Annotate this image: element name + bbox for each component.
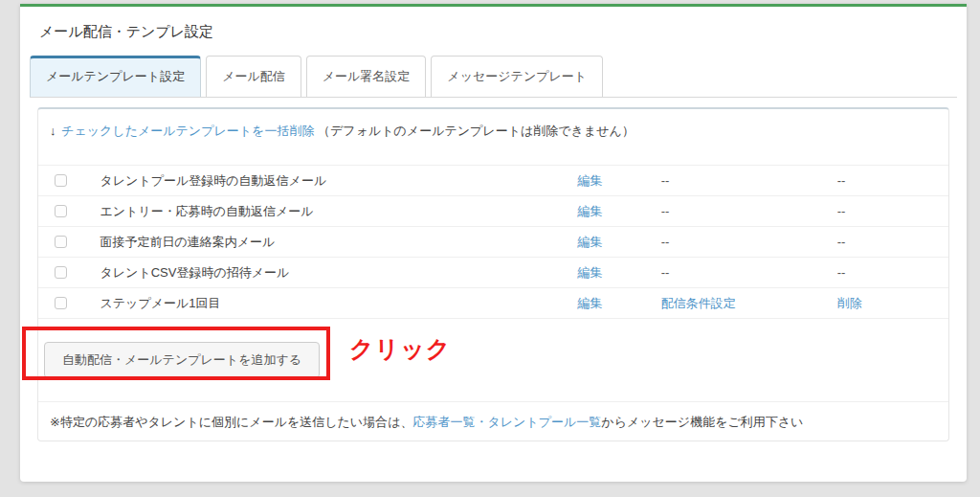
table-row: エントリー・応募時の自動返信メール 編集 -- --	[38, 195, 948, 226]
template-name: エントリー・応募時の自動返信メール	[100, 203, 577, 220]
checkbox-cell	[38, 297, 100, 309]
delivery-condition-cell: --	[661, 204, 837, 218]
mail-settings-card: メール配信・テンプレ設定 メールテンプレート設定 メール配信 メール署名設定 メ…	[20, 4, 967, 482]
footer-note: ※特定の応募者やタレントに個別にメールを送信したい場合は、応募者一覧・タレントプ…	[38, 401, 948, 441]
talent-pool-list-link[interactable]: タレントプール一覧	[487, 415, 601, 429]
edit-link[interactable]: 編集	[577, 235, 602, 249]
checkbox-cell	[38, 266, 100, 279]
add-template-button[interactable]: 自動配信・メールテンプレートを追加する	[44, 342, 320, 378]
table-row: 面接予定前日の連絡案内メール 編集 -- --	[38, 226, 948, 257]
bulk-delete-row: ↓ チェックしたメールテンプレートを一括削除 （デフォルトのメールテンプレートは…	[38, 109, 948, 140]
delete-cell: --	[837, 265, 948, 280]
footer-link-separator: ・	[475, 415, 487, 429]
page-title: メール配信・テンプレ設定	[30, 7, 957, 56]
edit-link[interactable]: 編集	[577, 265, 602, 280]
tab-mail-template-settings[interactable]: メールテンプレート設定	[30, 56, 201, 97]
table-row: ステップメール1回目 編集 配信条件設定 削除	[38, 287, 948, 318]
edit-link[interactable]: 編集	[577, 173, 602, 188]
template-panel: ↓ チェックしたメールテンプレートを一括削除 （デフォルトのメールテンプレートは…	[37, 107, 949, 441]
checkbox-cell	[38, 205, 100, 217]
delivery-condition-link[interactable]: 配信条件設定	[661, 296, 736, 310]
row-checkbox[interactable]	[55, 205, 67, 217]
row-checkbox[interactable]	[55, 174, 67, 187]
template-name: 面接予定前日の連絡案内メール	[100, 234, 577, 251]
add-template-row: 自動配信・メールテンプレートを追加する	[38, 318, 948, 401]
template-table: タレントプール登録時の自動返信メール 編集 -- -- エントリー・応募時の自動…	[38, 165, 948, 318]
footer-note-suffix: からメッセージ機能をご利用下さい	[601, 415, 803, 429]
tab-bar: メールテンプレート設定 メール配信 メール署名設定 メッセージテンプレート	[30, 56, 957, 98]
tab-mail-signature-settings[interactable]: メール署名設定	[306, 56, 427, 97]
table-row: タレントプール登録時の自動返信メール 編集 -- --	[38, 165, 948, 195]
footer-note-prefix: ※特定の応募者やタレントに個別にメールを送信したい場合は、	[50, 415, 412, 429]
down-arrow-icon: ↓	[50, 124, 56, 138]
table-row: タレントCSV登録時の招待メール 編集 -- --	[38, 257, 948, 287]
template-name: タレントCSV登録時の招待メール	[100, 264, 577, 282]
applicant-list-link[interactable]: 応募者一覧	[412, 415, 475, 429]
delete-cell: --	[837, 204, 948, 218]
tab-message-template[interactable]: メッセージテンプレート	[431, 56, 603, 97]
edit-link[interactable]: 編集	[577, 204, 602, 218]
delivery-condition-cell: --	[661, 173, 837, 188]
edit-link[interactable]: 編集	[577, 296, 602, 310]
delete-link[interactable]: 削除	[837, 296, 862, 310]
delivery-condition-cell: --	[661, 265, 837, 280]
row-checkbox[interactable]	[55, 297, 67, 309]
bulk-delete-link[interactable]: チェックしたメールテンプレートを一括削除	[61, 124, 314, 138]
checkbox-cell	[38, 236, 100, 248]
template-name: タレントプール登録時の自動返信メール	[100, 172, 577, 190]
delivery-condition-cell: --	[661, 235, 837, 249]
row-checkbox[interactable]	[55, 236, 67, 248]
tab-mail-delivery[interactable]: メール配信	[206, 56, 301, 97]
row-checkbox[interactable]	[55, 266, 67, 279]
template-name: ステップメール1回目	[100, 295, 577, 312]
bulk-delete-note: （デフォルトのメールテンプレートは削除できません）	[318, 124, 635, 138]
delete-cell: --	[837, 173, 948, 188]
delete-cell: --	[837, 235, 948, 249]
checkbox-cell	[38, 174, 100, 187]
